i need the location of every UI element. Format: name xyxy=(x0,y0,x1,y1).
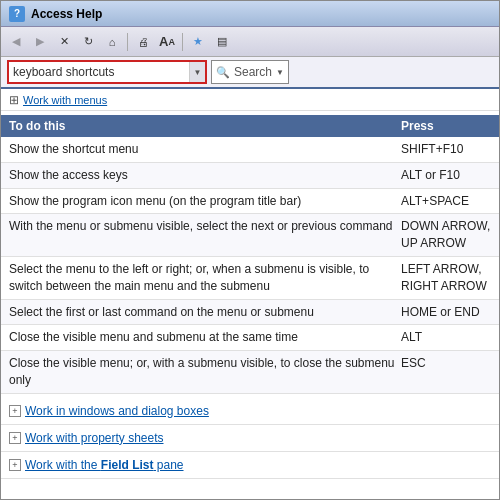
cell-action: Select the first or last command on the … xyxy=(9,304,401,321)
search-dropdown-button[interactable]: ▼ xyxy=(189,62,205,82)
section-label[interactable]: Work in windows and dialog boxes xyxy=(25,404,209,418)
cell-press: DOWN ARROW, UP ARROW xyxy=(401,218,491,252)
main-window: ? Access Help ◀ ▶ ✕ ↻ ⌂ 🖨 AA ★ ▤ ▼ 🔍 Sea… xyxy=(0,0,500,500)
back-button[interactable]: ◀ xyxy=(5,31,27,53)
search-input-wrapper[interactable]: ▼ xyxy=(7,60,207,84)
favorites-button[interactable]: ★ xyxy=(187,31,209,53)
cell-press: ALT xyxy=(401,329,491,346)
toolbar: ◀ ▶ ✕ ↻ ⌂ 🖨 AA ★ ▤ xyxy=(1,27,499,57)
search-label: Search xyxy=(234,65,272,79)
stop-button[interactable]: ✕ xyxy=(53,31,75,53)
field-list-bold: Field List xyxy=(101,458,154,472)
content-area: To do this Press Show the shortcut menu … xyxy=(1,111,499,499)
expand-icon: + xyxy=(9,432,21,444)
shortcuts-table: To do this Press Show the shortcut menu … xyxy=(1,115,499,394)
section-field-list[interactable]: + Work with the Field List pane xyxy=(1,452,499,479)
header-col-action: To do this xyxy=(9,119,401,133)
toolbar-separator-2 xyxy=(182,33,183,51)
title-bar: ? Access Help xyxy=(1,1,499,27)
app-icon: ? xyxy=(9,6,25,22)
section-windows[interactable]: + Work in windows and dialog boxes xyxy=(1,398,499,425)
section-label[interactable]: Work with the Field List pane xyxy=(25,458,184,472)
home-button[interactable]: ⌂ xyxy=(101,31,123,53)
cell-press: ESC xyxy=(401,355,491,389)
table-row: Show the access keys ALT or F10 xyxy=(1,163,499,189)
breadcrumb-link[interactable]: Work with menus xyxy=(23,94,107,106)
cell-action: Close the visible menu and submenu at th… xyxy=(9,329,401,346)
refresh-button[interactable]: ↻ xyxy=(77,31,99,53)
cell-press: ALT or F10 xyxy=(401,167,491,184)
header-col-press: Press xyxy=(401,119,491,133)
cell-action: With the menu or submenu visible, select… xyxy=(9,218,401,252)
table-row: Select the first or last command on the … xyxy=(1,300,499,326)
search-arrow: ▼ xyxy=(276,68,284,77)
forward-button[interactable]: ▶ xyxy=(29,31,51,53)
table-row: Select the menu to the left or right; or… xyxy=(1,257,499,300)
expand-icon: ⊞ xyxy=(9,93,19,107)
print-button[interactable]: 🖨 xyxy=(132,31,154,53)
table-row: With the menu or submenu visible, select… xyxy=(1,214,499,257)
window-title: Access Help xyxy=(31,7,491,21)
cell-press: LEFT ARROW, RIGHT ARROW xyxy=(401,261,491,295)
expand-icon: + xyxy=(9,405,21,417)
cell-action: Show the access keys xyxy=(9,167,401,184)
search-box[interactable]: 🔍 Search ▼ xyxy=(211,60,289,84)
section-label[interactable]: Work with property sheets xyxy=(25,431,164,445)
breadcrumb: ⊞ Work with menus xyxy=(1,89,499,111)
search-input[interactable] xyxy=(9,62,189,82)
cell-press: HOME or END xyxy=(401,304,491,321)
section-property-sheets[interactable]: + Work with property sheets xyxy=(1,425,499,452)
table-row: Close the visible menu; or, with a subme… xyxy=(1,351,499,394)
cell-action: Close the visible menu; or, with a subme… xyxy=(9,355,401,389)
cell-press: SHIFT+F10 xyxy=(401,141,491,158)
table-row: Close the visible menu and submenu at th… xyxy=(1,325,499,351)
cell-action: Select the menu to the left or right; or… xyxy=(9,261,401,295)
table-row: Show the shortcut menu SHIFT+F10 xyxy=(1,137,499,163)
cell-action: Show the program icon menu (on the progr… xyxy=(9,193,401,210)
table-row: Show the program icon menu (on the progr… xyxy=(1,189,499,215)
toc-button[interactable]: ▤ xyxy=(211,31,233,53)
cell-press: ALT+SPACE xyxy=(401,193,491,210)
toolbar-separator-1 xyxy=(127,33,128,51)
table-header: To do this Press xyxy=(1,115,499,137)
expand-icon: + xyxy=(9,459,21,471)
cell-action: Show the shortcut menu xyxy=(9,141,401,158)
search-bar: ▼ 🔍 Search ▼ xyxy=(1,57,499,89)
font-size-button[interactable]: AA xyxy=(156,31,178,53)
